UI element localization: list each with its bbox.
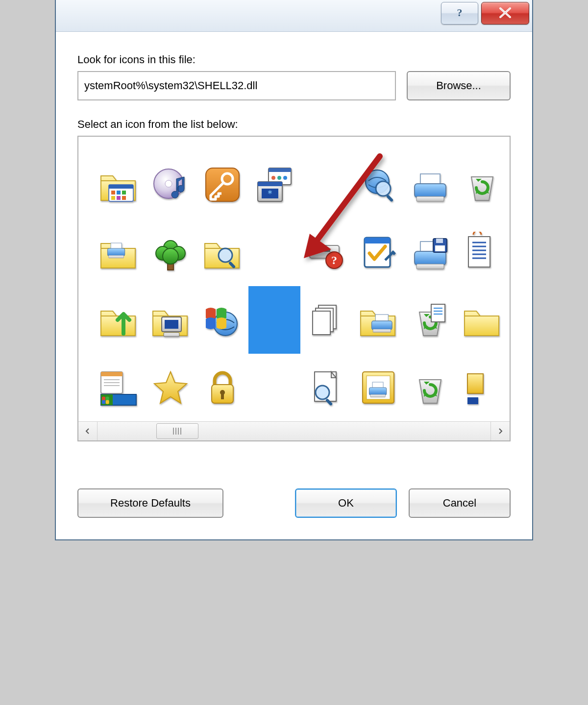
svg-text:?: ?	[457, 6, 463, 19]
system-config-windows-icon[interactable]: *	[248, 151, 300, 219]
svg-rect-6	[111, 191, 115, 194]
svg-point-26	[376, 181, 391, 196]
checklist-edit-icon[interactable]	[352, 219, 404, 286]
svg-rect-76	[467, 374, 483, 393]
windows-globe-icon[interactable]	[196, 286, 248, 354]
svg-text:*: *	[268, 188, 273, 198]
scroll-thumb[interactable]	[156, 423, 198, 439]
svg-point-20	[283, 176, 287, 180]
svg-rect-51	[165, 320, 178, 329]
multiple-pages-icon[interactable]	[300, 286, 352, 354]
look-in-label: Look for icons in this file:	[77, 53, 511, 66]
search-globe-icon[interactable]	[352, 151, 404, 219]
folder-up-icon[interactable]	[93, 286, 145, 354]
svg-rect-27	[386, 194, 394, 202]
svg-rect-56	[313, 311, 330, 335]
svg-rect-42	[436, 239, 443, 243]
blank-slot-2[interactable]	[248, 219, 300, 286]
music-disc-icon[interactable]	[145, 151, 196, 219]
cancel-button[interactable]: Cancel	[409, 488, 511, 518]
dialog-footer: Restore Defaults OK Cancel	[56, 488, 532, 539]
help-button[interactable]: ?	[441, 2, 478, 24]
browse-button[interactable]: Browse...	[407, 71, 511, 100]
scroll-left-button[interactable]	[78, 422, 98, 440]
svg-rect-22	[258, 182, 282, 186]
svg-point-13	[165, 180, 172, 187]
svg-text:?: ?	[331, 254, 337, 267]
icon-file-path-input[interactable]	[77, 71, 396, 100]
find-document-icon[interactable]	[300, 354, 352, 421]
drive-help-icon[interactable]: ?	[300, 219, 352, 286]
folder-computer-icon[interactable]	[145, 286, 196, 354]
printer-floppy-icon[interactable]	[404, 219, 456, 286]
recycle-document-icon[interactable]	[404, 286, 456, 354]
svg-rect-57	[431, 304, 445, 322]
icon-list-box: *?	[77, 136, 511, 441]
folder-overflow-icon[interactable]	[456, 286, 508, 354]
svg-rect-10	[117, 196, 121, 200]
svg-rect-70	[221, 393, 224, 399]
svg-point-32	[163, 248, 178, 264]
svg-rect-8	[122, 191, 126, 194]
printer-icon[interactable]	[404, 151, 456, 219]
svg-rect-9	[111, 196, 115, 200]
blank-icon-selected[interactable]	[248, 286, 300, 354]
lock-icon[interactable]	[196, 354, 248, 421]
svg-rect-17	[269, 168, 291, 172]
svg-rect-43	[435, 245, 445, 251]
svg-point-33	[219, 248, 232, 262]
folder-printer-icon[interactable]	[93, 219, 145, 286]
folder-with-items-window-icon[interactable]	[93, 151, 145, 219]
svg-rect-11	[122, 196, 126, 200]
blank-slot[interactable]	[300, 151, 352, 219]
key-tile-icon[interactable]	[196, 151, 248, 219]
svg-point-72	[316, 386, 329, 399]
close-button[interactable]	[481, 2, 529, 24]
svg-rect-7	[117, 191, 121, 194]
svg-point-19	[277, 176, 281, 180]
svg-rect-40	[365, 238, 390, 243]
recycle-overflow-icon[interactable]	[456, 151, 508, 219]
blank-slot-3[interactable]	[248, 354, 300, 421]
select-from-list-label: Select an icon from the list below:	[77, 118, 511, 131]
svg-rect-5	[109, 185, 133, 189]
folder-printer-2-icon[interactable]	[352, 286, 404, 354]
misc-overflow-icon[interactable]	[456, 354, 508, 421]
recycle-bin-empty-icon[interactable]	[404, 354, 456, 421]
document-lines-icon[interactable]	[456, 219, 508, 286]
tree-icon[interactable]	[145, 219, 196, 286]
svg-rect-62	[101, 372, 122, 376]
titlebar: ?	[56, 0, 532, 32]
taskbar-icon[interactable]	[93, 354, 145, 421]
scroll-track[interactable]	[98, 422, 490, 440]
ok-button[interactable]: OK	[295, 488, 397, 518]
horizontal-scrollbar[interactable]	[78, 421, 510, 440]
svg-rect-36	[313, 249, 330, 252]
favorites-star-icon[interactable]	[145, 354, 196, 421]
svg-point-18	[271, 176, 275, 180]
svg-rect-44	[468, 237, 490, 267]
svg-rect-52	[164, 333, 179, 337]
restore-defaults-button[interactable]: Restore Defaults	[77, 488, 223, 518]
svg-rect-77	[467, 397, 478, 404]
picture-frame-print-icon[interactable]	[352, 354, 404, 421]
change-icon-dialog: ? Look for icons in this file: Browse...…	[55, 0, 533, 540]
scroll-right-button[interactable]	[490, 422, 510, 440]
icon-grid: *?	[93, 151, 508, 421]
search-folder-icon[interactable]	[196, 219, 248, 286]
